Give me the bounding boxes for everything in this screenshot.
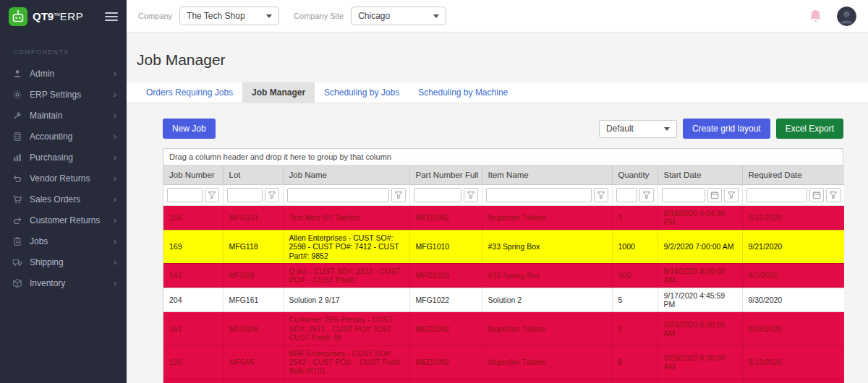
filter-input-part-number-full[interactable]: [414, 188, 461, 202]
filter-input-lot[interactable]: [227, 188, 263, 202]
cell-item-name: #33 Spring Box: [482, 230, 612, 263]
sidebar-item-shipping[interactable]: Shipping ›: [0, 251, 127, 272]
filter-funnel-icon[interactable]: [205, 188, 219, 202]
table-row[interactable]: 163 MFG109 GE Healthcare - CUST SO#: 258…: [163, 379, 844, 383]
create-grid-layout-button[interactable]: Create grid layout: [683, 119, 770, 139]
sidebar-item-vendor-returns[interactable]: Vendor Returns ›: [0, 168, 127, 189]
wrench-icon: [12, 111, 22, 121]
cell-quantity: 500: [612, 263, 658, 288]
cell-required-date: 9/7/2020: [742, 263, 844, 288]
sidebar-item-admin[interactable]: Admin ›: [0, 63, 127, 84]
cell-job-name: Customer 25% Prepay - CUST SO#: 2571 - C…: [283, 312, 409, 345]
cell-job-number: 142: [163, 263, 223, 288]
calendar-icon[interactable]: [809, 188, 824, 202]
calendar-icon[interactable]: [707, 188, 722, 202]
chevron-down-icon: [664, 127, 670, 131]
filter-row: [163, 185, 844, 206]
sidebar-item-purchasing[interactable]: Purchasing ›: [0, 147, 127, 168]
sidebar-section-label: COMPONENTS: [0, 33, 127, 63]
chevron-right-icon: ›: [114, 236, 116, 246]
company-select[interactable]: The Tech Shop: [179, 7, 279, 25]
column-header-start-date[interactable]: Start Date: [658, 165, 742, 185]
box-icon: [12, 278, 22, 288]
sidebar-item-maintain[interactable]: Maintain ›: [0, 105, 127, 126]
filter-funnel-icon[interactable]: [464, 188, 478, 202]
filter-funnel-icon[interactable]: [724, 188, 739, 202]
chevron-right-icon: ›: [114, 194, 116, 204]
company-site-select[interactable]: Chicago: [351, 7, 446, 25]
cell-job-name: BRE Enterprises - CUST SO#: 2542 - CUST …: [283, 345, 409, 379]
cell-job-number: 163: [163, 379, 223, 383]
chevron-right-icon: ›: [114, 90, 116, 99]
column-header-quantity[interactable]: Quantity: [612, 165, 658, 185]
cell-lot: MFG95: [223, 345, 283, 379]
sidebar-item-sales-orders[interactable]: Sales Orders ›: [0, 189, 127, 210]
filter-input-quantity[interactable]: [616, 188, 637, 202]
cell-item-name: Ibuprofen Tablets: [482, 206, 612, 231]
filter-input-job-name[interactable]: [287, 188, 389, 202]
filter-funnel-icon[interactable]: [639, 188, 654, 202]
user-avatar[interactable]: [837, 7, 856, 26]
cell-lot: MFG109: [223, 379, 283, 383]
cell-job-name: Solution 2 9/17: [283, 288, 409, 312]
sidebar-item-jobs[interactable]: Jobs ›: [0, 231, 127, 251]
table-row[interactable]: 161 MFG106 Customer 25% Prepay - CUST SO…: [163, 312, 844, 345]
excel-export-button[interactable]: Excel Export: [776, 119, 843, 139]
table-row[interactable]: 136 MFG95 BRE Enterprises - CUST SO#: 25…: [163, 345, 844, 379]
grid-layout-select[interactable]: Default: [599, 120, 677, 138]
cell-job-name: Q Inc - CUST SO#: 2523 - CUST PO#: - CUS…: [283, 263, 409, 288]
column-header-job-name[interactable]: Job Name: [283, 165, 409, 185]
column-header-lot[interactable]: Lot: [223, 165, 283, 185]
cell-item-name: Solution 2: [482, 288, 612, 312]
chevron-right-icon: ›: [114, 69, 116, 78]
sidebar-nav: Admin › ERP Settings › Maintain › Accoun…: [0, 63, 127, 293]
filter-funnel-icon[interactable]: [391, 188, 406, 202]
tab-job-manager[interactable]: Job Manager: [242, 82, 315, 103]
chevron-down-icon: [266, 14, 272, 18]
cell-start-date: [658, 379, 742, 383]
sidebar-item-customer-returns[interactable]: Customer Returns ›: [0, 210, 127, 231]
cell-lot: MFG118: [223, 230, 283, 263]
filter-input-job-number[interactable]: [167, 188, 203, 202]
filter-input-start-date[interactable]: [662, 188, 705, 202]
return-arrow-icon: [12, 215, 22, 225]
filter-funnel-icon[interactable]: [826, 188, 841, 202]
cell-job-name: Test After 8/7 Tablets: [283, 206, 409, 231]
sidebar-item-erp-settings[interactable]: ERP Settings ›: [0, 84, 127, 105]
sidebar-item-accounting[interactable]: Accounting ›: [0, 126, 127, 147]
table-row[interactable]: 158 MFG101 Test After 8/7 Tablets MED100…: [163, 206, 844, 231]
sidebar-header: QT9TMERP: [0, 0, 127, 33]
table-row[interactable]: 204 MFG161 Solution 2 9/17 MFG1022 Solut…: [163, 288, 844, 312]
cell-lot: MFG101: [223, 206, 283, 231]
cell-quantity: 5: [612, 288, 658, 312]
cell-item-name: #33 Spring Box: [482, 263, 612, 288]
cell-quantity: 3: [612, 312, 658, 345]
column-header-part-number-full[interactable]: Part Number Full: [409, 165, 482, 185]
menu-hamburger-icon[interactable]: [105, 11, 118, 22]
sidebar-item-inventory[interactable]: Inventory ›: [0, 272, 127, 293]
table-row[interactable]: 169 MFG118 Allen Enterprises - CUST SO#:…: [163, 230, 844, 263]
notifications-bell-icon[interactable]: [809, 9, 822, 24]
column-header-item-name[interactable]: Item Name: [482, 165, 612, 185]
cell-required-date: 8/31/2020: [742, 206, 844, 231]
new-job-button[interactable]: New Job: [163, 119, 216, 139]
filter-funnel-icon[interactable]: [594, 188, 608, 202]
column-header-required-date[interactable]: Required Date: [742, 165, 844, 185]
tab-orders-requiring-jobs[interactable]: Orders Requiring Jobs: [137, 82, 242, 103]
filter-input-required-date[interactable]: [746, 188, 808, 202]
qt9-logo-icon: [9, 7, 27, 26]
table-row[interactable]: 142 MFG88 Q Inc - CUST SO#: 2523 - CUST …: [163, 263, 844, 288]
truck-icon: [12, 257, 22, 267]
filter-input-item-name[interactable]: [486, 188, 592, 202]
column-header-job-number[interactable]: Job Number: [163, 165, 223, 185]
tab-scheduling-by-jobs[interactable]: Scheduling by Jobs: [315, 82, 409, 103]
cell-quantity: 8: [612, 345, 658, 379]
cell-required-date: 9/21/2020: [742, 230, 844, 263]
jobs-table: Job Number Lot Job Name Part Number Full…: [163, 165, 844, 383]
company-label: Company: [138, 12, 172, 20]
filter-funnel-icon[interactable]: [265, 188, 279, 202]
cell-job-number: 158: [163, 206, 223, 231]
tab-scheduling-by-machine[interactable]: Scheduling by Machine: [409, 82, 517, 103]
cell-job-number: 161: [163, 312, 223, 345]
chevron-right-icon: ›: [114, 152, 116, 162]
